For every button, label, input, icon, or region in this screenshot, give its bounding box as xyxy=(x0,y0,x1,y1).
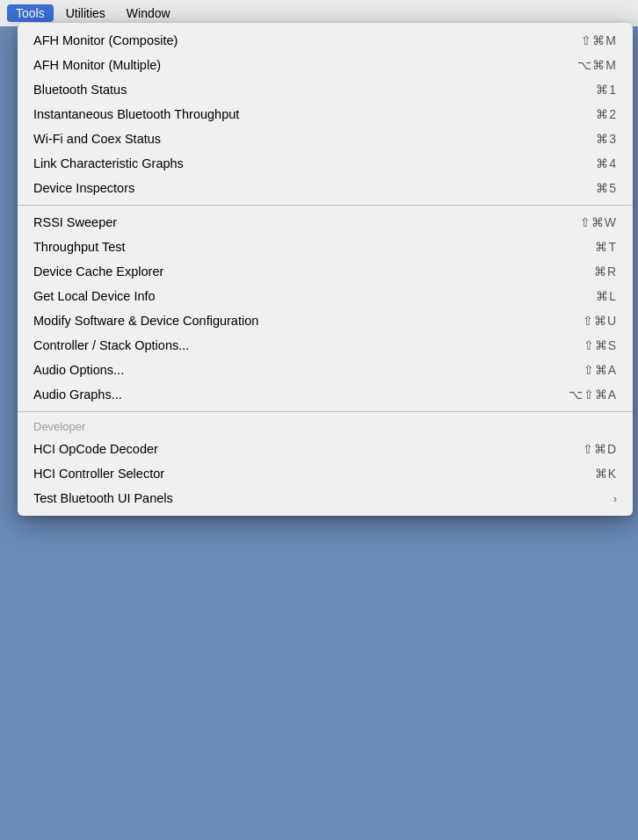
menu-item-shortcut: ⌘1 xyxy=(596,83,617,97)
tools-dropdown-menu: AFH Monitor (Composite) ⇧⌘M AFH Monitor … xyxy=(18,23,633,516)
menu-item-label: Link Characteristic Graphs xyxy=(33,156,596,170)
menu-item-shortcut: ⌥⌘M xyxy=(577,58,617,72)
menu-item-label: HCI Controller Selector xyxy=(33,467,595,481)
menu-item-shortcut: ⇧⌘M xyxy=(581,33,617,47)
menu-item-label: Wi-Fi and Coex Status xyxy=(33,132,596,146)
menu-item-shortcut: ⌘2 xyxy=(596,107,617,121)
menu-item-shortcut: ⌘K xyxy=(595,467,617,481)
menu-item-shortcut: ⌘3 xyxy=(596,132,617,146)
menu-item-label: Modify Software & Device Configuration xyxy=(33,314,583,328)
menu-item-hci-controller-selector[interactable]: HCI Controller Selector ⌘K xyxy=(18,461,633,486)
menu-item-label: RSSI Sweeper xyxy=(33,215,580,229)
menu-item-afh-monitor-composite[interactable]: AFH Monitor (Composite) ⇧⌘M xyxy=(18,28,633,53)
menu-item-label: Device Cache Explorer xyxy=(33,264,594,279)
menu-item-label: AFH Monitor (Multiple) xyxy=(33,58,577,72)
menu-item-test-bluetooth-ui-panels[interactable]: Test Bluetooth UI Panels › xyxy=(18,486,633,511)
developer-section-header: Developer xyxy=(18,416,633,437)
menu-item-label: Get Local Device Info xyxy=(33,289,596,303)
menu-item-shortcut: ⇧⌘D xyxy=(583,442,617,456)
menu-item-shortcut: ⌥⇧⌘A xyxy=(569,387,617,402)
menu-item-label: Throughput Test xyxy=(33,240,595,254)
menu-item-label: HCI OpCode Decoder xyxy=(33,442,583,456)
menu-item-label: Bluetooth Status xyxy=(33,83,596,97)
menu-item-hci-opcode-decoder[interactable]: HCI OpCode Decoder ⇧⌘D xyxy=(18,437,633,461)
menu-item-audio-graphs[interactable]: Audio Graphs... ⌥⇧⌘A xyxy=(18,382,633,407)
menu-item-audio-options[interactable]: Audio Options... ⇧⌘A xyxy=(18,358,633,382)
menu-item-instantaneous-bluetooth-throughput[interactable]: Instantaneous Bluetooth Throughput ⌘2 xyxy=(18,102,633,127)
menu-item-shortcut: ⌘4 xyxy=(596,156,617,170)
menu-item-device-cache-explorer[interactable]: Device Cache Explorer ⌘R xyxy=(18,259,633,284)
menu-item-afh-monitor-multiple[interactable]: AFH Monitor (Multiple) ⌥⌘M xyxy=(18,53,633,77)
menu-item-shortcut: ⇧⌘A xyxy=(584,363,617,377)
menu-bar-window[interactable]: Window xyxy=(118,4,179,22)
menu-item-label: Instantaneous Bluetooth Throughput xyxy=(33,107,596,121)
separator-1 xyxy=(18,205,633,206)
menu-item-device-inspectors[interactable]: Device Inspectors ⌘5 xyxy=(18,176,633,200)
menu-item-shortcut: ⌘5 xyxy=(596,181,617,195)
menu-item-modify-software-device-config[interactable]: Modify Software & Device Configuration ⇧… xyxy=(18,308,633,333)
menu-item-shortcut: ⇧⌘W xyxy=(580,215,617,229)
menu-item-shortcut: ⌘L xyxy=(596,289,617,303)
menu-item-wifi-coex-status[interactable]: Wi-Fi and Coex Status ⌘3 xyxy=(18,127,633,151)
menu-item-label: AFH Monitor (Composite) xyxy=(33,33,581,47)
menu-item-label: Controller / Stack Options... xyxy=(33,338,584,352)
menu-item-get-local-device-info[interactable]: Get Local Device Info ⌘L xyxy=(18,284,633,308)
menu-item-controller-stack-options[interactable]: Controller / Stack Options... ⇧⌘S xyxy=(18,333,633,358)
menu-bar-utilities[interactable]: Utilities xyxy=(57,4,114,22)
menu-item-bluetooth-status[interactable]: Bluetooth Status ⌘1 xyxy=(18,77,633,102)
menu-item-label: Test Bluetooth UI Panels xyxy=(33,491,613,505)
menu-item-link-characteristic-graphs[interactable]: Link Characteristic Graphs ⌘4 xyxy=(18,151,633,176)
menu-item-shortcut: ⇧⌘U xyxy=(583,314,617,328)
menu-item-label: Audio Graphs... xyxy=(33,387,569,402)
menu-item-label: Device Inspectors xyxy=(33,181,596,195)
menu-item-throughput-test[interactable]: Throughput Test ⌘T xyxy=(18,235,633,259)
menu-item-shortcut: ⌘R xyxy=(594,264,617,279)
menu-bar-tools[interactable]: Tools xyxy=(7,4,54,22)
menu-item-label: Audio Options... xyxy=(33,363,584,377)
submenu-chevron-icon: › xyxy=(613,492,617,505)
separator-2 xyxy=(18,411,633,412)
menu-item-rssi-sweeper[interactable]: RSSI Sweeper ⇧⌘W xyxy=(18,210,633,235)
menu-item-shortcut: ⇧⌘S xyxy=(584,338,617,352)
menu-item-shortcut: ⌘T xyxy=(595,240,617,254)
